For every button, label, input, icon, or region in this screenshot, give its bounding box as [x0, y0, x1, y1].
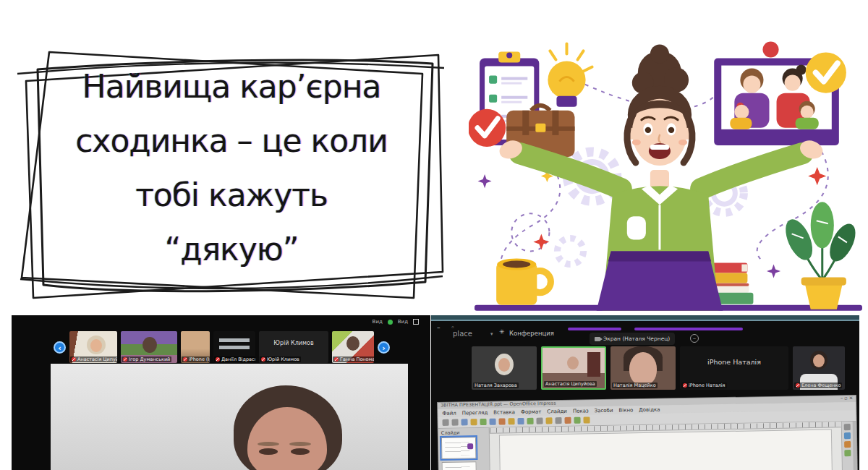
lightbulb-icon [548, 43, 592, 106]
sidebar-icons [841, 422, 854, 470]
zoom-topbar: Вид Вид [373, 319, 419, 325]
participant-thumbnail[interactable]: Наталя Захарова [472, 346, 537, 390]
mic-off-icon [334, 357, 339, 362]
quote-line: “дякую” [38, 222, 425, 276]
chevron-right-icon[interactable]: › [378, 341, 390, 354]
gallery-view-icon[interactable] [413, 319, 419, 325]
mic-off-icon [683, 383, 687, 388]
participant-name: Анастасія Ципуйова [77, 356, 117, 362]
progress-bar [568, 328, 621, 330]
participant-thumbnail[interactable]: Анастасія Ципуйова [69, 331, 117, 363]
screen-share-pill[interactable]: Экран (Наталя Чернец) [590, 333, 675, 345]
participant-row: Наталя Захарова Анастасія Ципуйова Натал… [472, 346, 845, 390]
toolbar-icon[interactable] [508, 418, 514, 424]
quote-line: сходинка – це коли [38, 114, 425, 168]
camera-icon [595, 337, 600, 341]
coffee-mug-icon [496, 259, 550, 305]
menu-item[interactable]: Показ [573, 408, 589, 414]
participant-name: Ігор Думанський [129, 356, 170, 362]
slide-sheet: ВДПУ ЗВІТ ПРЕЗЕНТАЦІЯ [500, 430, 833, 470]
zoom-meeting-window: Вид Вид ‹ Анастасія Ципуйова Ігор Думанс… [12, 315, 430, 470]
menu-item[interactable]: Перегляд [462, 409, 488, 416]
view-menu-label[interactable]: Вид [398, 319, 408, 325]
participant-thumbnail[interactable]: Даніїл Відрасян [213, 331, 255, 363]
toolbar-icon[interactable] [489, 419, 495, 425]
sidebar-icon[interactable] [844, 424, 851, 430]
potted-plant-icon [780, 202, 861, 309]
participant-name: Наталія Мацейко [613, 383, 656, 388]
mic-off-icon [216, 357, 220, 362]
multitasking-illustration [469, 6, 868, 311]
slides-panel-label: Слайди [441, 430, 486, 436]
quote-line: тобі кажуть [38, 168, 425, 222]
toolbar-icon[interactable] [517, 418, 524, 424]
participant-thumbnail-active[interactable]: Анастасія Ципуйова [541, 346, 606, 390]
scrollbar[interactable] [853, 422, 857, 470]
toolbar-icon[interactable] [480, 419, 486, 425]
menu-item[interactable]: Файл [442, 410, 456, 416]
mic-off-icon [796, 383, 800, 388]
workspace-label[interactable]: place [453, 330, 472, 338]
participant-name: Наталя Захарова [475, 383, 517, 388]
view-menu-label[interactable]: Вид [373, 319, 383, 325]
toolbar-icon[interactable] [545, 417, 552, 424]
participant-thumbnail[interactable]: Юрій Климов Юрій Климов [259, 331, 328, 363]
toolbar-icon[interactable] [527, 418, 533, 424]
sidebar-icon[interactable] [844, 441, 851, 448]
toolbar-icon[interactable] [452, 419, 459, 426]
mic-off-icon [123, 357, 127, 362]
window-buttons[interactable]: – ▫ ✕ [841, 396, 853, 402]
participant-name-tile: iPhone Наталія [680, 358, 788, 366]
toolbar-icon[interactable] [470, 419, 477, 425]
toolbar-icon[interactable] [443, 419, 449, 426]
toolbar-icon[interactable] [583, 416, 590, 423]
slide-thumbnail[interactable] [441, 437, 477, 459]
chevron-down-icon[interactable]: ▾ [490, 331, 493, 337]
minimize-icon[interactable]: – [690, 334, 699, 343]
quote-line: Найвища кар’єрна [38, 59, 425, 114]
monitor-bezel-edge [431, 315, 859, 321]
menu-item[interactable]: Засоби [595, 407, 613, 413]
toolbar-icon[interactable] [536, 418, 542, 424]
participant-thumbnail[interactable]: iPhone (Ірина) [181, 331, 210, 363]
participant-thumbnail[interactable]: Наталія Мацейко [610, 346, 676, 390]
participant-name: Юрій Климов [267, 356, 299, 362]
status-dot-icon [388, 320, 393, 325]
participant-name-tile: Юрій Климов [259, 340, 328, 346]
menu-item[interactable]: Вікно [618, 407, 633, 413]
toolbar-icon[interactable] [498, 418, 505, 424]
toolbar-icon[interactable] [461, 419, 467, 425]
participant-name: iPhone (Ірина) [189, 356, 210, 362]
toolbar-icon[interactable] [574, 417, 580, 424]
participant-thumbnail[interactable]: iPhone Наталія iPhone Наталія [680, 346, 788, 390]
participant-name: iPhone Наталія [689, 383, 726, 388]
toolbar-icon[interactable] [555, 417, 561, 424]
slide-thumbnail[interactable] [442, 461, 477, 470]
mic-off-icon [72, 357, 76, 362]
menu-item[interactable]: Довідка [639, 406, 660, 413]
woman-head [626, 44, 694, 166]
balloon-icon [762, 41, 778, 57]
slides-panel: Слайди [438, 428, 490, 470]
active-speaker-video [51, 364, 408, 470]
screen-share-label: Экран (Наталя Чернец) [603, 336, 670, 342]
participant-thumbnail[interactable]: Ганна Пономаренко [332, 331, 374, 363]
menu-item[interactable]: Слайди [547, 408, 567, 414]
slide-canvas: ВДПУ ЗВІТ ПРЕЗЕНТАЦІЯ [490, 422, 842, 470]
check-circle-yellow-icon [806, 52, 846, 93]
participant-thumbnail[interactable]: Ігор Думанський [121, 331, 177, 363]
shared-screen-photo: – ◦ place ▾ ✳ Конференция Экран (Наталя … [431, 315, 859, 470]
conference-tab-label[interactable]: Конференция [509, 330, 554, 337]
progress-bar [634, 328, 743, 330]
impress-window: ЗВІТНА ПРЕЗЕНТАЦІЯ.ppt — OpenOffice Impr… [438, 396, 857, 470]
menu-item[interactable]: Вставка [493, 409, 515, 416]
sidebar-icon[interactable] [844, 450, 851, 456]
participant-thumbnail[interactable]: Елена Фещенко [793, 346, 845, 390]
mic-off-icon [261, 357, 265, 362]
toolbar-icon[interactable] [564, 417, 571, 424]
sidebar-icon[interactable] [844, 432, 851, 439]
chevron-left-icon[interactable]: ‹ [54, 341, 66, 354]
menu-item[interactable]: Формат [521, 409, 542, 414]
participant-filmstrip: ‹ Анастасія Ципуйова Ігор Думанський iPh… [54, 330, 422, 364]
participant-name: Елена Фещенко [801, 383, 841, 388]
